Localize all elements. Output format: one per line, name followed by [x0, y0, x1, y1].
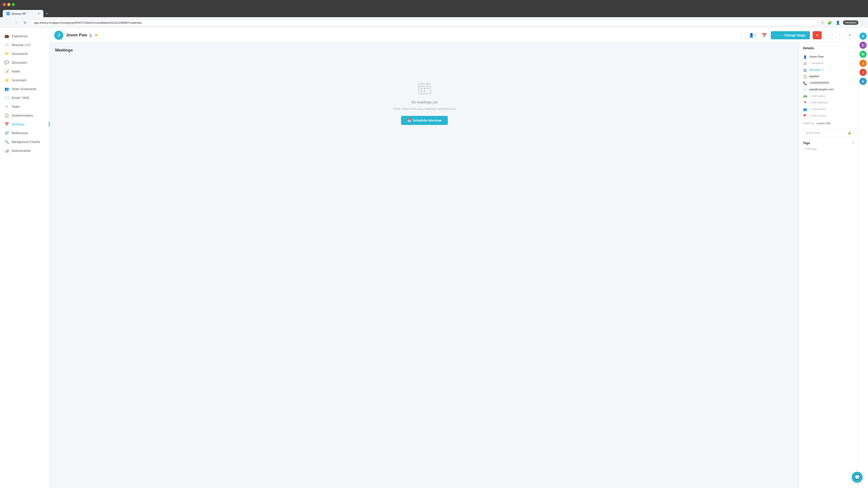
change-stage-icon: →: [775, 33, 778, 37]
questionnaires-icon: 📋: [4, 113, 9, 118]
detail-name-value: Joven Paw: [809, 55, 824, 58]
sidebar-item-background-checks[interactable]: 🔍 Background Checks: [0, 137, 50, 146]
back-btn[interactable]: ←: [4, 20, 11, 26]
svg-rect-7: [421, 91, 422, 92]
svg-rect-5: [424, 88, 426, 90]
tags-label: Tags: [803, 141, 810, 145]
rss-icon[interactable]: 📡: [89, 33, 93, 37]
window-maximize-btn[interactable]: [12, 3, 15, 6]
sidebar-item-assessments[interactable]: 📊 Assessments: [0, 146, 50, 155]
star-icon[interactable]: ★: [94, 33, 98, 37]
avatar-m[interactable]: M: [860, 51, 867, 58]
change-stage-btn[interactable]: → → Change Stage: [771, 31, 810, 39]
quick-note-placeholder: Quick note: [806, 131, 820, 134]
sidebar-item-label: Team Scorecards: [12, 87, 36, 91]
avatar-c[interactable]: C: [860, 41, 867, 49]
avatar-j1[interactable]: J: [860, 60, 867, 67]
add-headline-btn[interactable]: + Headline: [809, 61, 824, 65]
detail-address[interactable]: 📍 + Add address: [803, 99, 854, 106]
avatar-b[interactable]: B: [860, 78, 867, 85]
new-tab-btn[interactable]: +: [44, 11, 50, 17]
detail-manager: 🏢 Manager ↗: [803, 67, 854, 73]
schedule-interview-btn[interactable]: 📅 Schedule Interview: [401, 116, 448, 125]
empty-title: No meetings yet: [411, 100, 438, 104]
sidebar-item-label: Assessments: [12, 149, 31, 153]
tab-favicon: B: [6, 12, 10, 15]
add-tag-btn[interactable]: +: [852, 140, 854, 145]
sidebar-item-email-sms[interactable]: ✉️ Email / SMS: [0, 93, 50, 102]
bookmark-btn[interactable]: ☆: [820, 20, 825, 26]
quick-note-field[interactable]: Quick note 🔒: [803, 129, 854, 137]
sidebar-item-label: Meetings: [12, 123, 25, 126]
browser-menu-btn[interactable]: ⋮: [860, 20, 864, 25]
manager-link[interactable]: Manager ↗: [809, 68, 824, 71]
detail-email: ✉️ paw@sample.com: [803, 86, 854, 93]
detail-source[interactable]: 🚩 + Add source: [803, 112, 854, 119]
sidebar-item-references[interactable]: 🔗 References: [0, 129, 50, 137]
added-by-section: Added by Lauren Deli: [803, 122, 854, 125]
detail-profile[interactable]: 👥 + Add profile: [803, 106, 854, 112]
avatar-j2[interactable]: J: [860, 69, 867, 76]
candidate-name: Joven Paw 📡 ★: [66, 33, 98, 37]
detail-headline[interactable]: 📰 + Headline: [803, 60, 854, 67]
add-person-btn[interactable]: 👤+: [747, 31, 758, 39]
extensions-btn[interactable]: 🧩: [827, 20, 833, 26]
added-by-name: Lauren Deli: [816, 122, 830, 125]
sidebar-item-meetings[interactable]: 📅 Meetings: [0, 120, 50, 129]
sidebar-item-questionnaires[interactable]: 📋 Questionnaires: [0, 111, 50, 120]
add-source-btn[interactable]: + Add source: [809, 114, 827, 117]
documents-icon: 📁: [4, 52, 9, 56]
experience-icon: 💼: [4, 34, 9, 38]
sidebar-item-scorecard[interactable]: ⭐ Scorecard: [0, 76, 50, 85]
active-tab[interactable]: B Breezy HR ✕: [3, 10, 43, 17]
url-text: app.breezy.hr/app/c/moodjoy/p/59357218dc…: [34, 21, 142, 24]
applied-icon: 📋: [803, 75, 807, 78]
resume-icon: 📄: [4, 43, 9, 47]
sidebar-item-tasks[interactable]: ✓ Tasks: [0, 102, 50, 111]
add-tags-text[interactable]: + Add tags: [803, 147, 854, 151]
profile-btn[interactable]: 👤: [835, 20, 841, 26]
window-minimize-btn[interactable]: [7, 3, 10, 6]
sidebar-item-experience[interactable]: 💼 Experience: [0, 32, 50, 40]
sidebar-item-notes[interactable]: 📝 Notes: [0, 67, 50, 76]
sidebar-item-label: Documents: [12, 52, 28, 56]
chat-button[interactable]: 💬: [852, 472, 863, 483]
tags-header: Tags +: [803, 140, 854, 145]
notes-icon: 📝: [4, 69, 9, 73]
avatar-n[interactable]: N: [860, 33, 867, 40]
tasks-icon: ✓: [4, 104, 9, 109]
email-icon: ✉️: [4, 96, 9, 100]
next-candidate-btn[interactable]: →: [835, 32, 843, 39]
phone-value: +23455555555: [809, 81, 829, 85]
empty-calendar-icon: [418, 82, 431, 98]
calendar-btn[interactable]: 📅: [761, 31, 768, 39]
sidebar-item-team-scorecards[interactable]: 👥 Team Scorecards: [0, 85, 50, 93]
close-candidate-btn[interactable]: ✕: [846, 32, 853, 39]
sidebar-item-label: Discussion: [12, 61, 27, 64]
email-detail-icon: ✉️: [803, 88, 807, 92]
disqualify-btn[interactable]: ✕: [813, 31, 822, 39]
forward-btn[interactable]: →: [13, 20, 20, 26]
add-profile-btn[interactable]: + Add profile: [809, 107, 826, 111]
add-salary-btn[interactable]: + Add salary: [809, 94, 826, 98]
window-close-btn[interactable]: [3, 3, 6, 6]
svg-rect-6: [427, 88, 429, 90]
tab-close-btn[interactable]: ✕: [37, 12, 40, 15]
manager-label: Manager: [809, 68, 821, 71]
header-actions: ⋮ 👤+ 📅 → → Change Stage ✕ ← → ✕: [738, 31, 853, 39]
reload-btn[interactable]: ↻: [22, 20, 28, 26]
candidate-avatar: J: [54, 31, 63, 40]
change-stage-label: → Change Stage: [780, 33, 805, 37]
detail-salary[interactable]: 💵 + Add salary: [803, 93, 854, 99]
address-bar[interactable]: app.breezy.hr/app/c/moodjoy/p/59357218dc…: [30, 20, 818, 26]
more-options-btn[interactable]: ⋮: [738, 31, 745, 39]
page-header: J Joven Paw 📡 ★ ⋮ 👤+ 📅 → → Change Stage …: [50, 28, 858, 42]
sidebar-item-label: Email / SMS: [12, 96, 29, 100]
sidebar-item-resume-cv[interactable]: 📄 Resume / CV: [0, 40, 50, 49]
prev-candidate-btn[interactable]: ←: [825, 32, 833, 39]
sidebar-item-documents[interactable]: 📁 Documents: [0, 49, 50, 58]
tab-bar: B Breezy HR ✕ +: [0, 9, 868, 17]
candidate-name-text: Joven Paw: [66, 33, 87, 37]
sidebar-item-discussion[interactable]: 💬 Discussion: [0, 58, 50, 67]
add-address-btn[interactable]: + Add address: [809, 101, 828, 104]
